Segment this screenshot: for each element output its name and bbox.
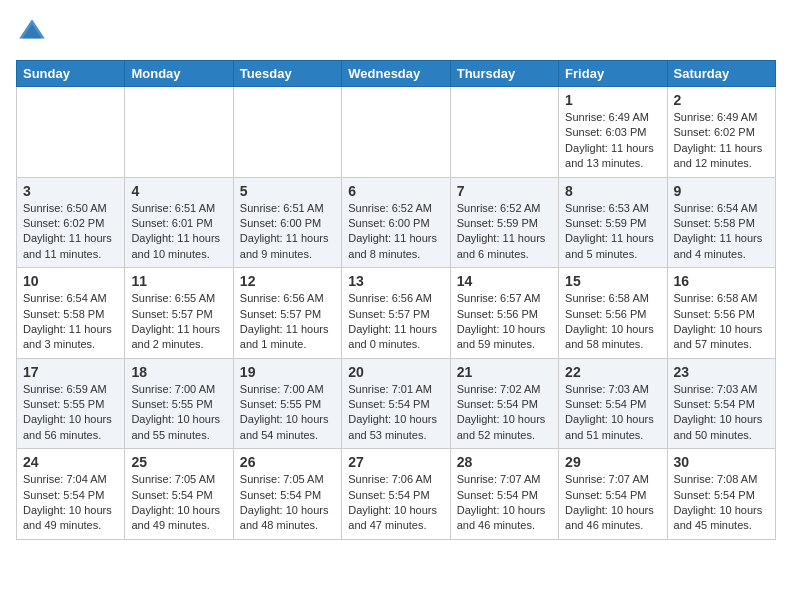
weekday-header-wednesday: Wednesday <box>342 61 450 87</box>
day-number: 20 <box>348 364 443 380</box>
calendar-cell: 15Sunrise: 6:58 AM Sunset: 5:56 PM Dayli… <box>559 268 667 359</box>
day-info: Sunrise: 6:59 AM Sunset: 5:55 PM Dayligh… <box>23 382 118 444</box>
day-number: 22 <box>565 364 660 380</box>
calendar-cell: 18Sunrise: 7:00 AM Sunset: 5:55 PM Dayli… <box>125 358 233 449</box>
day-number: 2 <box>674 92 769 108</box>
day-info: Sunrise: 6:51 AM Sunset: 6:01 PM Dayligh… <box>131 201 226 263</box>
calendar-cell <box>233 87 341 178</box>
calendar-cell: 7Sunrise: 6:52 AM Sunset: 5:59 PM Daylig… <box>450 177 558 268</box>
day-number: 4 <box>131 183 226 199</box>
day-number: 19 <box>240 364 335 380</box>
calendar-table: SundayMondayTuesdayWednesdayThursdayFrid… <box>16 60 776 540</box>
weekday-header-row: SundayMondayTuesdayWednesdayThursdayFrid… <box>17 61 776 87</box>
calendar-cell: 4Sunrise: 6:51 AM Sunset: 6:01 PM Daylig… <box>125 177 233 268</box>
day-number: 7 <box>457 183 552 199</box>
calendar-cell: 27Sunrise: 7:06 AM Sunset: 5:54 PM Dayli… <box>342 449 450 540</box>
day-info: Sunrise: 7:03 AM Sunset: 5:54 PM Dayligh… <box>565 382 660 444</box>
day-number: 13 <box>348 273 443 289</box>
day-info: Sunrise: 6:49 AM Sunset: 6:02 PM Dayligh… <box>674 110 769 172</box>
calendar-cell: 22Sunrise: 7:03 AM Sunset: 5:54 PM Dayli… <box>559 358 667 449</box>
calendar-cell: 25Sunrise: 7:05 AM Sunset: 5:54 PM Dayli… <box>125 449 233 540</box>
calendar-cell: 24Sunrise: 7:04 AM Sunset: 5:54 PM Dayli… <box>17 449 125 540</box>
calendar-cell: 1Sunrise: 6:49 AM Sunset: 6:03 PM Daylig… <box>559 87 667 178</box>
day-number: 14 <box>457 273 552 289</box>
day-number: 28 <box>457 454 552 470</box>
day-number: 24 <box>23 454 118 470</box>
day-info: Sunrise: 7:05 AM Sunset: 5:54 PM Dayligh… <box>131 472 226 534</box>
day-number: 23 <box>674 364 769 380</box>
logo <box>16 16 52 48</box>
calendar-cell: 28Sunrise: 7:07 AM Sunset: 5:54 PM Dayli… <box>450 449 558 540</box>
logo-icon <box>16 16 48 48</box>
day-info: Sunrise: 7:01 AM Sunset: 5:54 PM Dayligh… <box>348 382 443 444</box>
day-number: 17 <box>23 364 118 380</box>
day-number: 21 <box>457 364 552 380</box>
calendar-cell: 19Sunrise: 7:00 AM Sunset: 5:55 PM Dayli… <box>233 358 341 449</box>
day-info: Sunrise: 6:53 AM Sunset: 5:59 PM Dayligh… <box>565 201 660 263</box>
calendar-cell: 9Sunrise: 6:54 AM Sunset: 5:58 PM Daylig… <box>667 177 775 268</box>
day-info: Sunrise: 6:56 AM Sunset: 5:57 PM Dayligh… <box>348 291 443 353</box>
day-number: 10 <box>23 273 118 289</box>
day-number: 26 <box>240 454 335 470</box>
day-number: 11 <box>131 273 226 289</box>
day-number: 12 <box>240 273 335 289</box>
calendar-cell: 23Sunrise: 7:03 AM Sunset: 5:54 PM Dayli… <box>667 358 775 449</box>
calendar-cell: 10Sunrise: 6:54 AM Sunset: 5:58 PM Dayli… <box>17 268 125 359</box>
day-number: 16 <box>674 273 769 289</box>
header <box>16 16 776 48</box>
day-number: 18 <box>131 364 226 380</box>
day-number: 5 <box>240 183 335 199</box>
day-info: Sunrise: 6:57 AM Sunset: 5:56 PM Dayligh… <box>457 291 552 353</box>
day-info: Sunrise: 7:07 AM Sunset: 5:54 PM Dayligh… <box>565 472 660 534</box>
calendar-cell: 29Sunrise: 7:07 AM Sunset: 5:54 PM Dayli… <box>559 449 667 540</box>
calendar-row: 3Sunrise: 6:50 AM Sunset: 6:02 PM Daylig… <box>17 177 776 268</box>
weekday-header-thursday: Thursday <box>450 61 558 87</box>
day-info: Sunrise: 6:54 AM Sunset: 5:58 PM Dayligh… <box>674 201 769 263</box>
day-info: Sunrise: 6:58 AM Sunset: 5:56 PM Dayligh… <box>565 291 660 353</box>
day-info: Sunrise: 6:54 AM Sunset: 5:58 PM Dayligh… <box>23 291 118 353</box>
day-number: 9 <box>674 183 769 199</box>
calendar-cell: 17Sunrise: 6:59 AM Sunset: 5:55 PM Dayli… <box>17 358 125 449</box>
day-number: 8 <box>565 183 660 199</box>
calendar-cell: 8Sunrise: 6:53 AM Sunset: 5:59 PM Daylig… <box>559 177 667 268</box>
day-info: Sunrise: 6:52 AM Sunset: 5:59 PM Dayligh… <box>457 201 552 263</box>
calendar-cell: 6Sunrise: 6:52 AM Sunset: 6:00 PM Daylig… <box>342 177 450 268</box>
day-info: Sunrise: 7:03 AM Sunset: 5:54 PM Dayligh… <box>674 382 769 444</box>
day-info: Sunrise: 7:06 AM Sunset: 5:54 PM Dayligh… <box>348 472 443 534</box>
day-info: Sunrise: 7:00 AM Sunset: 5:55 PM Dayligh… <box>131 382 226 444</box>
day-info: Sunrise: 7:04 AM Sunset: 5:54 PM Dayligh… <box>23 472 118 534</box>
day-number: 30 <box>674 454 769 470</box>
calendar-cell: 13Sunrise: 6:56 AM Sunset: 5:57 PM Dayli… <box>342 268 450 359</box>
calendar-cell <box>17 87 125 178</box>
day-info: Sunrise: 6:52 AM Sunset: 6:00 PM Dayligh… <box>348 201 443 263</box>
weekday-header-friday: Friday <box>559 61 667 87</box>
day-info: Sunrise: 7:00 AM Sunset: 5:55 PM Dayligh… <box>240 382 335 444</box>
day-number: 1 <box>565 92 660 108</box>
weekday-header-tuesday: Tuesday <box>233 61 341 87</box>
day-info: Sunrise: 7:05 AM Sunset: 5:54 PM Dayligh… <box>240 472 335 534</box>
calendar-cell <box>125 87 233 178</box>
calendar-cell: 5Sunrise: 6:51 AM Sunset: 6:00 PM Daylig… <box>233 177 341 268</box>
day-info: Sunrise: 6:49 AM Sunset: 6:03 PM Dayligh… <box>565 110 660 172</box>
day-number: 29 <box>565 454 660 470</box>
calendar-row: 10Sunrise: 6:54 AM Sunset: 5:58 PM Dayli… <box>17 268 776 359</box>
day-number: 6 <box>348 183 443 199</box>
calendar-cell: 30Sunrise: 7:08 AM Sunset: 5:54 PM Dayli… <box>667 449 775 540</box>
day-info: Sunrise: 7:08 AM Sunset: 5:54 PM Dayligh… <box>674 472 769 534</box>
day-info: Sunrise: 6:50 AM Sunset: 6:02 PM Dayligh… <box>23 201 118 263</box>
day-info: Sunrise: 6:55 AM Sunset: 5:57 PM Dayligh… <box>131 291 226 353</box>
calendar-body: 1Sunrise: 6:49 AM Sunset: 6:03 PM Daylig… <box>17 87 776 540</box>
day-info: Sunrise: 7:02 AM Sunset: 5:54 PM Dayligh… <box>457 382 552 444</box>
day-number: 27 <box>348 454 443 470</box>
day-number: 15 <box>565 273 660 289</box>
calendar-row: 1Sunrise: 6:49 AM Sunset: 6:03 PM Daylig… <box>17 87 776 178</box>
calendar-cell: 14Sunrise: 6:57 AM Sunset: 5:56 PM Dayli… <box>450 268 558 359</box>
calendar-header: SundayMondayTuesdayWednesdayThursdayFrid… <box>17 61 776 87</box>
day-info: Sunrise: 6:51 AM Sunset: 6:00 PM Dayligh… <box>240 201 335 263</box>
calendar-cell: 21Sunrise: 7:02 AM Sunset: 5:54 PM Dayli… <box>450 358 558 449</box>
calendar-cell: 16Sunrise: 6:58 AM Sunset: 5:56 PM Dayli… <box>667 268 775 359</box>
weekday-header-sunday: Sunday <box>17 61 125 87</box>
day-number: 3 <box>23 183 118 199</box>
day-info: Sunrise: 6:58 AM Sunset: 5:56 PM Dayligh… <box>674 291 769 353</box>
day-info: Sunrise: 7:07 AM Sunset: 5:54 PM Dayligh… <box>457 472 552 534</box>
